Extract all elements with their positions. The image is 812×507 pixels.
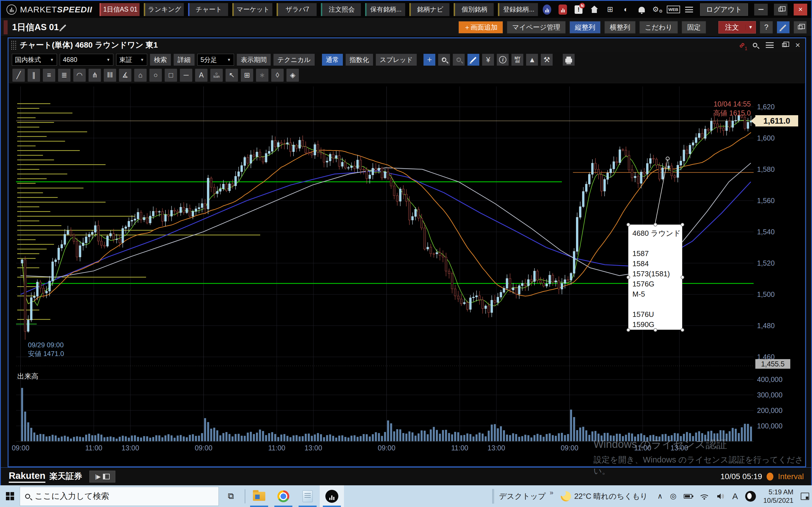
link-icon[interactable]: ∞1 <box>739 41 745 50</box>
chrome-icon[interactable] <box>271 485 296 507</box>
add-window-icon[interactable]: ⊞ <box>605 5 615 14</box>
menu-tab-8[interactable]: 個別銘柄 <box>454 3 494 16</box>
camera-icon[interactable]: ◎ <box>670 492 677 501</box>
news-alert-icon[interactable]: !N <box>574 5 583 14</box>
exchange-select[interactable]: 東証▼ <box>116 54 147 66</box>
chart-plot-area[interactable]: 1,4601,4801,5001,5201,5401,5601,5801,600… <box>9 83 804 466</box>
eraser-tool[interactable]: ◊ <box>271 69 284 82</box>
home-icon[interactable] <box>590 5 599 14</box>
sidebar-toggle-button[interactable]: |▶ <box>89 471 115 483</box>
ellipse-tool[interactable]: ○ <box>149 69 162 82</box>
technical-button[interactable]: テクニカル <box>273 54 315 66</box>
ime-kana-icon[interactable] <box>745 491 756 502</box>
search-magnifier-icon[interactable] <box>753 43 757 47</box>
note-resize-handle[interactable] <box>680 328 684 332</box>
support-pen-button[interactable] <box>777 21 790 34</box>
segment-tool[interactable]: ─ <box>180 69 192 82</box>
bell-icon[interactable] <box>637 5 647 14</box>
chart-app-red-icon[interactable] <box>558 5 567 14</box>
fibonacci-arc-tool[interactable]: ◠ <box>73 69 86 82</box>
desktop-toolbar[interactable]: デスクトップ » <box>492 489 553 504</box>
drag-handle-icon[interactable] <box>11 40 17 50</box>
note-resize-handle[interactable] <box>680 276 684 279</box>
menu-tab-5[interactable]: 注文照会 <box>321 3 361 16</box>
print-button[interactable] <box>563 54 574 66</box>
taskbar-search-input[interactable]: ここに入力して検索 <box>20 487 219 506</box>
chart-window-titlebar[interactable]: チャート(単体) 4680 ラウンドワン 東1 ∞1 × <box>8 38 805 52</box>
menu-hamburger-icon[interactable] <box>684 5 694 14</box>
battery-icon[interactable] <box>684 494 692 499</box>
normal-mode-button[interactable]: 通常 <box>322 54 343 66</box>
pointer-tool[interactable]: ↖ <box>225 69 238 82</box>
help-button[interactable]: ? <box>760 21 773 34</box>
menu-tab-7[interactable]: 銘柄ナビ <box>409 3 449 16</box>
window-menu-icon[interactable] <box>766 42 774 48</box>
weather-widget[interactable]: 22°C 晴れのちくもり <box>561 491 648 501</box>
window-minimize-button[interactable] <box>754 4 768 15</box>
web-icon[interactable]: WEB <box>668 5 678 14</box>
market-select[interactable]: 国内株式▼ <box>12 54 57 66</box>
chart-note-annotation[interactable]: 4680 ラウンド 158715841573(1581)1576GM-5 157… <box>628 224 682 330</box>
order-dropdown-caret[interactable]: ▼ <box>745 25 756 30</box>
toolbar-grip[interactable] <box>492 489 493 504</box>
chart-app-blue-icon[interactable] <box>542 5 552 14</box>
eraser-all-tool[interactable]: ◈ <box>287 69 299 82</box>
ray-lines-tool[interactable]: ∡ <box>119 69 132 82</box>
zoom-out-button[interactable]: − <box>453 54 465 66</box>
icon-stamp-tool[interactable]: ☺icon <box>210 69 223 82</box>
pentagon-tool[interactable]: ⌂ <box>134 69 147 82</box>
rectangle-tool[interactable]: □ <box>165 69 177 82</box>
settings-wrench-button[interactable]: ⚒ <box>541 54 553 66</box>
yen-price-button[interactable]: ¥ <box>482 54 494 66</box>
vertical-lines-tool[interactable]: ‖‖ <box>104 69 116 82</box>
note-resize-handle[interactable] <box>626 223 630 226</box>
search-button[interactable]: 検索 <box>150 54 171 66</box>
menu-tab-9[interactable]: 登録銘柄... <box>498 3 538 16</box>
note-resize-handle[interactable] <box>626 276 630 279</box>
ime-mode-letter[interactable]: A <box>732 492 738 501</box>
horizontal-lines-tool[interactable]: ≡ <box>43 69 55 82</box>
note-resize-handle[interactable] <box>654 223 657 226</box>
start-button[interactable] <box>0 485 20 507</box>
menu-tab-4[interactable]: ザラバ7 <box>276 3 317 16</box>
horizontal-align-button[interactable]: 横整列 <box>605 21 636 34</box>
mypage-manage-button[interactable]: マイページ管理 <box>507 21 566 34</box>
speaker-icon[interactable] <box>716 493 725 500</box>
text-tool[interactable]: A <box>195 69 207 82</box>
kodawari-button[interactable]: こだわり <box>640 21 678 34</box>
draw-pencil-button[interactable] <box>467 54 479 66</box>
symbol-code-select[interactable]: 4680▼ <box>60 54 113 66</box>
index-mode-button[interactable]: 指数化 <box>346 54 373 66</box>
action-center-icon[interactable] <box>801 493 809 500</box>
layout-window-button[interactable] <box>794 21 807 34</box>
hand-tool[interactable]: ∗ <box>256 69 268 82</box>
wifi-icon[interactable] <box>700 493 709 500</box>
menu-tab-2[interactable]: チャート <box>188 3 228 16</box>
notepad-icon[interactable] <box>296 485 320 507</box>
menu-tab-1[interactable]: ランキング <box>144 3 184 16</box>
logout-button[interactable]: ログアウト <box>700 3 748 16</box>
taskbar-clock[interactable]: 5:19 AM 10/5/2021 <box>763 488 794 505</box>
period-button[interactable]: 表示期間 <box>237 54 271 66</box>
horizontal-lines4-tool[interactable]: ≣ <box>58 69 70 82</box>
trend-line-tool[interactable]: ╱ <box>12 69 25 82</box>
display-panel-icon[interactable]: ◐ <box>621 5 631 14</box>
chart-restore-icon[interactable] <box>782 43 786 47</box>
window-close-button[interactable]: × <box>794 4 807 15</box>
parallel-line-tool[interactable]: ∥ <box>28 69 40 82</box>
fan-line-tool[interactable]: ⋔ <box>89 69 101 82</box>
copy-tool[interactable]: ⊞ <box>241 69 253 82</box>
zoom-in-button[interactable]: + <box>438 54 450 66</box>
note-resize-handle[interactable] <box>680 223 684 226</box>
settings-gear-icon[interactable]: ⚙⚙ <box>653 5 662 14</box>
file-explorer-icon[interactable] <box>247 485 271 507</box>
note-resize-handle[interactable] <box>626 328 630 332</box>
menu-tab-3[interactable]: マーケット <box>232 3 272 16</box>
crosshair-plus-button[interactable]: + <box>423 54 435 66</box>
desktop-chevron-icon[interactable]: » <box>550 489 553 497</box>
vertical-align-button[interactable]: 縦整列 <box>569 21 601 34</box>
add-screen-button[interactable]: ＋画面追加 <box>458 21 503 34</box>
pin-fixed-button[interactable]: 固定 <box>682 21 706 34</box>
order-button[interactable]: 注文 ▼ <box>718 21 756 34</box>
detail-button[interactable]: 詳細 <box>174 54 195 66</box>
